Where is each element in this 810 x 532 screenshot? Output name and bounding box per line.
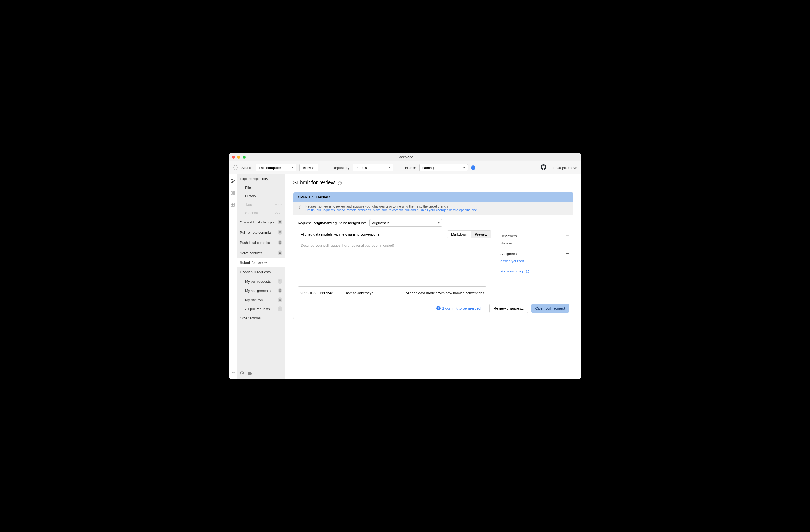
rail-settings-icon[interactable] (228, 369, 237, 376)
username[interactable]: thomas-jakemeyn (549, 166, 577, 170)
add-assignee-button[interactable]: + (566, 251, 569, 256)
card-footer: i 1 commit to be merged Review changes..… (298, 299, 569, 315)
rail-branch-icon[interactable] (228, 177, 237, 185)
sidebar-commit[interactable]: Commit local changes0 (237, 217, 285, 227)
sidebar-solve[interactable]: Solve conflicts0 (237, 248, 285, 258)
maximize-window[interactable] (243, 156, 246, 159)
pr-title-input[interactable] (298, 231, 443, 238)
svg-point-2 (234, 180, 235, 181)
target-branch-select[interactable]: origin/main (369, 219, 442, 227)
info-banner-icon: i (298, 205, 302, 210)
sidebar-my-reviews[interactable]: My reviews0 (237, 295, 285, 304)
repo-label: Repository (333, 166, 350, 170)
tab-preview[interactable]: Preview (471, 231, 491, 238)
svg-rect-3 (231, 192, 232, 194)
svg-point-1 (232, 182, 232, 183)
sidebar-footer (237, 368, 285, 379)
rail-compare-icon[interactable] (228, 189, 237, 197)
open-pr-button[interactable]: Open pull request (531, 304, 569, 312)
editor-tabs: Markdown Preview (447, 230, 491, 238)
pr-description[interactable] (298, 241, 486, 287)
tab-markdown[interactable]: Markdown (447, 231, 471, 238)
info-banner: i Request someone to review and approve … (293, 202, 573, 215)
sidebar-all-prs[interactable]: All pull requests1 (237, 304, 285, 313)
refresh-icon[interactable] (338, 181, 342, 185)
repo-select[interactable]: models (353, 164, 393, 172)
info-icon[interactable]: i (471, 165, 475, 170)
svg-rect-5 (231, 203, 232, 205)
assign-yourself-link[interactable]: assign yourself (500, 259, 524, 263)
rail-apps-icon[interactable] (228, 201, 237, 209)
source-select[interactable]: This computer (256, 164, 296, 172)
commit-date: 2022-10-26 11:09:42 (301, 291, 333, 295)
sidebar-push[interactable]: Push local commits0 (237, 238, 285, 248)
info-tip-link[interactable]: Pro tip: pull requests involve remote br… (305, 208, 478, 212)
close-window[interactable] (232, 156, 235, 159)
reviewers-label: Reviewers (500, 234, 517, 238)
sidebar-my-prs[interactable]: My pull requests1 (237, 277, 285, 286)
minimize-window[interactable] (237, 156, 240, 159)
page-title: Submit for review (293, 179, 573, 186)
external-link-icon (526, 270, 530, 273)
sidebar-submit[interactable]: Submit for review (237, 258, 285, 267)
braces-icon (233, 165, 238, 170)
commits-to-merge-link[interactable]: i 1 commit to be merged (436, 306, 481, 310)
info-text-1: Request someone to review and approve yo… (305, 205, 478, 208)
folder-icon[interactable] (247, 371, 252, 376)
sidebar-history[interactable]: History (237, 192, 285, 200)
branch-label: Branch (405, 166, 416, 170)
main-content: Submit for review OPEN a pull request i … (285, 174, 582, 379)
pr-card: OPEN a pull request i Request someone to… (293, 192, 573, 319)
card-header: OPEN a pull request (293, 192, 573, 202)
sidebar-stashes: StashesSOON (237, 209, 285, 217)
browse-button[interactable]: Browse (299, 164, 318, 172)
sidebar: Explore repository Files History TagsSOO… (237, 174, 285, 379)
sidebar-check[interactable]: Check pull requests (237, 267, 285, 277)
svg-rect-6 (233, 203, 234, 205)
svg-rect-8 (233, 205, 234, 207)
reviewers-none: No one (500, 241, 569, 245)
sidebar-pull[interactable]: Pull remote commits0 (237, 227, 285, 238)
sidebar-my-assign[interactable]: My assignments0 (237, 286, 285, 295)
review-changes-button[interactable]: Review changes... (489, 304, 528, 313)
add-reviewer-button[interactable]: + (566, 233, 569, 239)
titlebar: Hackolade (228, 153, 582, 161)
sidebar-tags: TagsSOON (237, 200, 285, 209)
commit-author: Thomas Jakemeyn (344, 291, 373, 295)
svg-point-0 (232, 179, 232, 180)
merge-row: Request origin/naming to be merged into … (298, 219, 569, 227)
commit-message: Aligned data models with new naming conv… (406, 291, 484, 295)
source-branch: origin/naming (313, 221, 337, 225)
github-icon (541, 164, 546, 171)
branch-select[interactable]: naming (419, 164, 468, 172)
sidebar-explore[interactable]: Explore repository (237, 174, 285, 183)
svg-point-9 (232, 372, 233, 373)
window-title: Hackolade (396, 155, 413, 159)
source-label: Source (241, 166, 253, 170)
sidebar-other[interactable]: Other actions (237, 313, 285, 323)
commit-row: 2022-10-26 11:09:42 Thomas Jakemeyn Alig… (298, 288, 569, 299)
info-icon-small: i (436, 306, 441, 310)
rail-bar (228, 174, 237, 379)
svg-rect-7 (231, 205, 232, 207)
assignees-label: Assignees (500, 252, 517, 256)
sync-icon[interactable] (240, 371, 244, 376)
pr-side-panel: Reviewers+ No one Assignees+ assign your… (495, 230, 569, 273)
markdown-help-link[interactable]: Markdown help (500, 269, 569, 273)
toolbar: Source This computer Browse Repository m… (228, 161, 582, 174)
sidebar-files[interactable]: Files (237, 183, 285, 192)
